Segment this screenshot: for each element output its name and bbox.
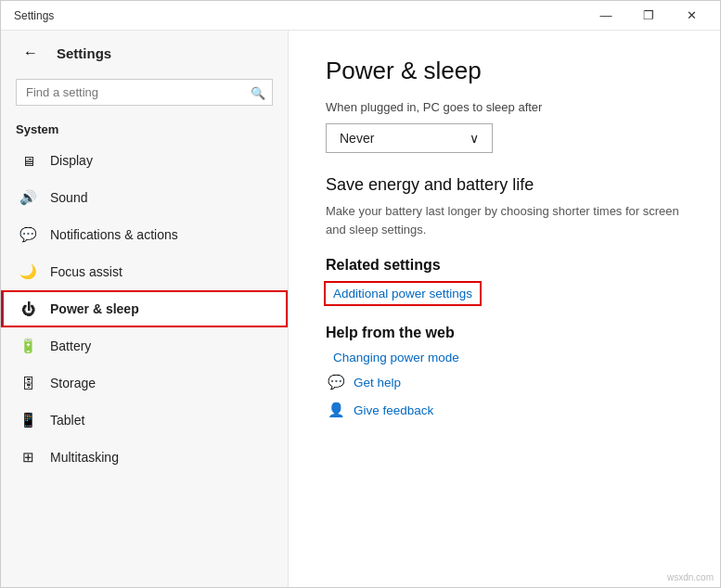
sound-icon: 🔊 bbox=[19, 188, 37, 207]
titlebar: Settings — ❐ ✕ bbox=[1, 1, 720, 31]
sidebar-item-multitasking[interactable]: ⊞ Multitasking bbox=[1, 439, 288, 476]
sleep-label: When plugged in, PC goes to sleep after bbox=[326, 100, 683, 114]
sidebar-item-sound[interactable]: 🔊 Sound bbox=[1, 179, 288, 216]
sidebar-item-label-power: Power & sleep bbox=[50, 301, 139, 316]
tablet-icon: 📱 bbox=[19, 411, 37, 429]
sidebar-item-label-tablet: Tablet bbox=[50, 413, 84, 428]
save-energy-desc: Make your battery last longer by choosin… bbox=[326, 202, 683, 238]
sidebar-section-label: System bbox=[1, 113, 288, 142]
sidebar-item-display[interactable]: 🖥 Display bbox=[1, 142, 288, 179]
sidebar-item-power[interactable]: ⏻ Power & sleep bbox=[1, 290, 288, 327]
settings-window: Settings — ❐ ✕ ← Settings 🔍 System 🖥 bbox=[0, 0, 721, 588]
minimize-button[interactable]: — bbox=[585, 1, 627, 31]
search-input[interactable] bbox=[16, 79, 273, 106]
sidebar-item-tablet[interactable]: 📱 Tablet bbox=[1, 402, 288, 439]
search-icon: 🔍 bbox=[251, 85, 265, 99]
sidebar-item-storage[interactable]: 🗄 Storage bbox=[1, 364, 288, 402]
sidebar-nav-header: ← Settings bbox=[1, 31, 288, 75]
save-energy-heading: Save energy and battery life bbox=[326, 175, 683, 195]
titlebar-title: Settings bbox=[8, 9, 585, 22]
search-box: 🔍 bbox=[16, 79, 273, 106]
sidebar-item-label-battery: Battery bbox=[50, 339, 91, 353]
page-title: Power & sleep bbox=[326, 57, 683, 85]
additional-power-settings-link[interactable]: Additional power settings bbox=[326, 283, 480, 304]
sidebar-item-label-sound: Sound bbox=[50, 190, 87, 205]
sidebar-app-title: Settings bbox=[45, 45, 111, 61]
titlebar-controls: — ❐ ✕ bbox=[585, 1, 713, 31]
content-area: ← Settings 🔍 System 🖥 Display 🔊 Sound 💬 … bbox=[1, 31, 720, 587]
storage-icon: 🗄 bbox=[19, 374, 37, 392]
get-help-link[interactable]: 💬 Get help bbox=[326, 372, 683, 392]
main-content: Power & sleep When plugged in, PC goes t… bbox=[289, 31, 720, 587]
sleep-dropdown[interactable]: Never ∨ bbox=[326, 123, 493, 153]
dropdown-value: Never bbox=[340, 131, 374, 146]
notifications-icon: 💬 bbox=[19, 225, 37, 244]
sidebar-item-label-focus: Focus assist bbox=[50, 264, 122, 279]
sidebar-item-notifications[interactable]: 💬 Notifications & actions bbox=[1, 216, 288, 253]
help-link1-label: Changing power mode bbox=[333, 351, 459, 364]
get-help-label: Get help bbox=[354, 376, 401, 390]
power-icon: ⏻ bbox=[19, 300, 37, 318]
maximize-button[interactable]: ❐ bbox=[627, 1, 670, 31]
display-icon: 🖥 bbox=[19, 151, 37, 170]
give-feedback-icon: 👤 bbox=[326, 400, 346, 420]
changing-power-mode-link[interactable]: Changing power mode bbox=[326, 351, 683, 364]
give-feedback-label: Give feedback bbox=[354, 403, 433, 417]
sidebar-item-label-multitasking: Multitasking bbox=[50, 450, 119, 465]
sidebar-item-battery[interactable]: 🔋 Battery bbox=[1, 327, 288, 364]
get-help-icon: 💬 bbox=[326, 372, 346, 392]
sidebar-item-focus[interactable]: 🌙 Focus assist bbox=[1, 253, 288, 290]
sidebar: ← Settings 🔍 System 🖥 Display 🔊 Sound 💬 … bbox=[1, 31, 289, 587]
back-button[interactable]: ← bbox=[16, 38, 45, 68]
chevron-down-icon: ∨ bbox=[470, 131, 479, 146]
close-button[interactable]: ✕ bbox=[670, 1, 713, 31]
multitasking-icon: ⊞ bbox=[19, 448, 37, 467]
battery-icon: 🔋 bbox=[19, 337, 37, 355]
sidebar-item-label-storage: Storage bbox=[50, 376, 96, 390]
sidebar-item-label-notifications: Notifications & actions bbox=[50, 227, 178, 242]
give-feedback-link[interactable]: 👤 Give feedback bbox=[326, 400, 683, 420]
focus-icon: 🌙 bbox=[19, 262, 37, 281]
watermark: wsxdn.com bbox=[667, 572, 714, 582]
back-icon: ← bbox=[23, 45, 38, 61]
related-settings-heading: Related settings bbox=[326, 257, 683, 274]
help-heading: Help from the web bbox=[326, 325, 683, 341]
sidebar-item-label-display: Display bbox=[50, 153, 93, 168]
